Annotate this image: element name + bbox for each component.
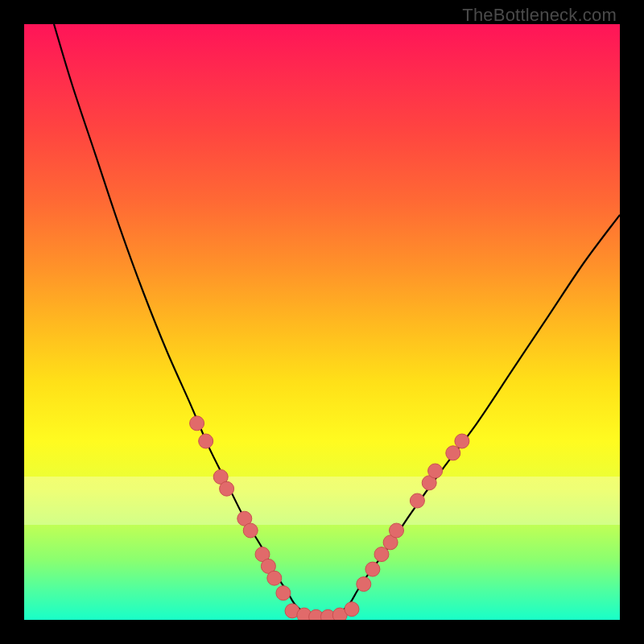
bottleneck-curve-svg: [24, 24, 620, 620]
bottleneck-curve-path: [54, 24, 620, 620]
data-marker: [345, 602, 359, 617]
data-marker: [374, 547, 389, 562]
data-marker: [428, 464, 443, 478]
data-marker: [365, 562, 380, 576]
watermark-text: TheBottleneck.com: [462, 5, 617, 26]
data-marker: [410, 493, 424, 508]
data-marker: [455, 434, 469, 448]
data-marker: [390, 523, 404, 538]
plot-area: [24, 24, 620, 620]
data-marker: [267, 571, 282, 585]
data-marker: [357, 577, 371, 592]
data-marker: [220, 481, 234, 496]
data-marker: [199, 434, 213, 448]
data-marker: [276, 586, 291, 601]
data-marker: [243, 523, 258, 538]
data-marker: [446, 446, 460, 460]
chart-frame: TheBottleneck.com: [0, 0, 644, 644]
data-marker: [190, 416, 204, 431]
marker-layer: [190, 416, 469, 620]
